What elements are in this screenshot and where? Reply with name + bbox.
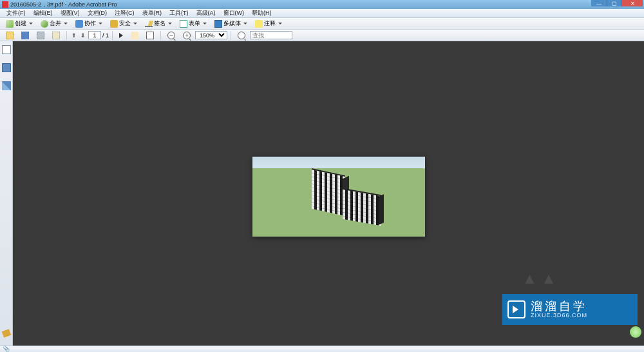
ghost-shape: ▲▲ <box>522 269 560 288</box>
lock-icon <box>110 20 118 28</box>
hand-icon <box>131 32 138 39</box>
menu-advanced[interactable]: 高级(A) <box>193 8 220 18</box>
print-button[interactable] <box>33 30 48 41</box>
watermark-line1: 溜溜自学 <box>531 300 587 312</box>
menu-window[interactable]: 窗口(W) <box>220 8 249 18</box>
separator <box>66 31 67 40</box>
menu-edit[interactable]: 编辑(E) <box>30 8 57 18</box>
separator <box>160 31 161 40</box>
zoom-in-button[interactable] <box>180 30 194 41</box>
menu-bar: 文件(F) 编辑(E) 视图(V) 文档(D) 注释(C) 表单(R) 工具(T… <box>0 9 644 18</box>
toolbar-secondary: ⬆ ⬇ / 1 150% <box>0 30 644 41</box>
menu-help[interactable]: 帮助(H) <box>248 8 276 18</box>
media-icon <box>214 20 222 28</box>
menu-document[interactable]: 文档(D) <box>84 8 111 18</box>
separator <box>112 31 113 40</box>
print-icon <box>37 32 44 39</box>
pages-panel-button[interactable] <box>2 45 11 54</box>
menu-file[interactable]: 文件(F) <box>3 8 30 18</box>
menu-view[interactable]: 视图(V) <box>57 8 84 18</box>
form-icon <box>180 20 187 28</box>
menu-forms[interactable]: 表单(R) <box>138 8 166 18</box>
page-total-label: / 1 <box>102 32 109 39</box>
comment-icon <box>255 20 263 28</box>
corner-badge <box>630 326 641 338</box>
building-low-side <box>379 194 384 225</box>
hand-tool-button[interactable] <box>128 30 142 41</box>
building-tall <box>312 168 345 216</box>
minimize-button[interactable]: — <box>591 0 607 6</box>
status-bar: 📎 <box>0 346 644 352</box>
collab-button[interactable]: 协作 <box>72 18 106 29</box>
search-icon <box>238 32 245 39</box>
forms-label: 表单 <box>189 19 200 28</box>
create-button[interactable]: 创建 <box>3 18 36 29</box>
play-icon <box>507 300 526 318</box>
open-button[interactable] <box>3 30 17 41</box>
save-button[interactable] <box>18 30 32 41</box>
watermark: 溜溜自学 ZIXUE.3D66.COM <box>502 294 638 325</box>
comment-button[interactable]: 注释 <box>252 18 285 29</box>
watermark-text: 溜溜自学 ZIXUE.3D66.COM <box>531 300 587 318</box>
document-area[interactable]: ▲▲ 溜溜自学 ZIXUE.3D66.COM <box>13 41 644 346</box>
secure-label: 安全 <box>119 19 131 28</box>
merge-icon <box>41 20 48 28</box>
media-label: 多媒体 <box>223 19 241 28</box>
merge-button[interactable]: 合并 <box>37 18 71 29</box>
zoom-in-icon <box>183 32 191 39</box>
create-icon <box>6 20 14 28</box>
page-number-input[interactable] <box>88 31 101 39</box>
search-icon-button[interactable] <box>234 30 249 41</box>
workspace: ▲▲ 溜溜自学 ZIXUE.3D66.COM <box>0 41 644 346</box>
page-ground <box>252 168 425 237</box>
collab-label: 协作 <box>84 19 96 28</box>
cursor-icon <box>119 33 123 38</box>
separator <box>231 31 231 40</box>
window-titlebar: 20160505-2，3#.pdf - Adobe Acrobat Pro — … <box>0 0 644 9</box>
window-controls: — ▢ ✕ <box>591 0 643 6</box>
mail-icon <box>52 32 60 39</box>
attachment-icon[interactable]: 📎 <box>3 346 10 352</box>
menu-tools[interactable]: 工具(T) <box>166 8 193 18</box>
navigation-rail <box>0 41 13 346</box>
title-document: 20160505-2，3#.pdf <box>10 1 63 9</box>
signatures-panel-button[interactable] <box>2 81 11 90</box>
marquee-tool-button[interactable] <box>143 30 157 41</box>
select-tool-button[interactable] <box>116 32 126 39</box>
zoom-out-icon <box>167 32 175 39</box>
building-low <box>343 188 381 226</box>
collab-icon <box>75 20 83 28</box>
save-icon <box>21 32 29 39</box>
mail-button[interactable] <box>49 30 63 41</box>
comment-label: 注释 <box>264 19 276 28</box>
close-button[interactable]: ✕ <box>622 0 643 6</box>
media-button[interactable]: 多媒体 <box>211 18 251 29</box>
pdf-page <box>252 157 425 237</box>
zoom-select[interactable]: 150% <box>195 31 227 39</box>
open-icon <box>6 32 14 39</box>
merge-label: 合并 <box>50 19 61 28</box>
tags-panel-button[interactable] <box>1 329 11 338</box>
page-up-button[interactable]: ⬆ <box>70 32 78 39</box>
watermark-line2: ZIXUE.3D66.COM <box>531 312 587 318</box>
maximize-button[interactable]: ▢ <box>607 0 622 6</box>
forms-button[interactable]: 表单 <box>176 18 210 29</box>
page-down-button[interactable]: ⬇ <box>79 32 87 39</box>
bookmarks-panel-button[interactable] <box>2 63 11 72</box>
toolbar-primary: 创建 合并 协作 安全 签名 表单 多媒体 注释 <box>0 18 644 30</box>
search-input[interactable] <box>250 31 292 39</box>
sign-button[interactable]: 签名 <box>142 18 175 29</box>
sign-icon <box>145 21 153 27</box>
title-app: Adobe Acrobat Pro <box>68 1 117 8</box>
page-sky <box>252 157 425 168</box>
sign-label: 签名 <box>154 19 166 28</box>
secure-button[interactable]: 安全 <box>107 18 140 29</box>
app-icon <box>2 1 8 8</box>
create-label: 创建 <box>15 19 26 28</box>
zoom-out-button[interactable] <box>164 30 178 41</box>
title-sep: - <box>63 1 68 8</box>
menu-comments[interactable]: 注释(C) <box>111 8 138 18</box>
marquee-icon <box>146 32 154 39</box>
